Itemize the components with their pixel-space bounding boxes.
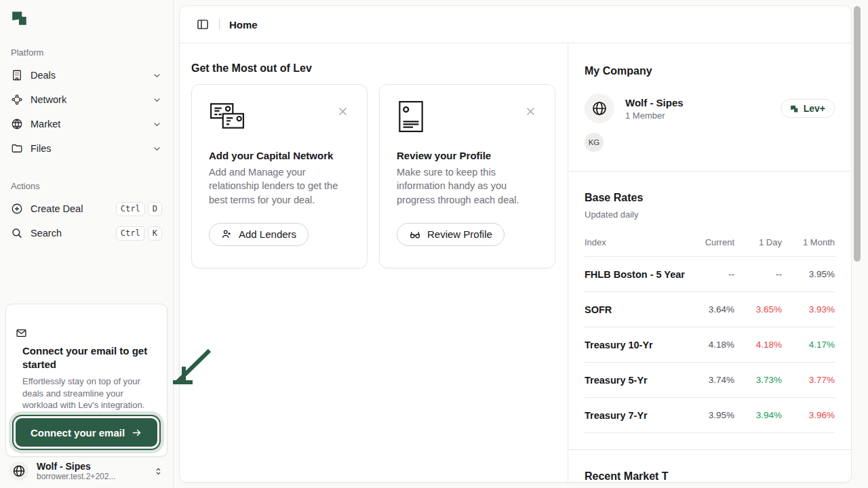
my-company-title: My Company: [585, 65, 835, 77]
chevrons-up-down-icon: [153, 466, 163, 476]
rate-1month: 3.95%: [782, 269, 835, 279]
header-divider: [219, 19, 220, 30]
onboarding-section: Get the Most out of Lev Add your Capital…: [180, 43, 568, 482]
sidebar-toggle-icon[interactable]: [196, 18, 210, 31]
account-switcher[interactable]: Wolf - Sipes borrower.test.2+202...: [0, 461, 173, 481]
column-header-1day: 1 Day: [734, 237, 782, 247]
recent-market-section: Recent Market T: [568, 450, 851, 482]
chevron-down-icon: [152, 95, 162, 105]
rate-current: 4.18%: [676, 340, 734, 350]
rate-1month: 3.96%: [782, 410, 835, 420]
column-header-index: Index: [585, 237, 676, 247]
profile-document-icon: [397, 100, 538, 134]
rate-1day: 3.73%: [734, 375, 782, 385]
rate-1day: 3.94%: [734, 410, 782, 420]
search-action[interactable]: Search Ctrl K: [0, 221, 173, 245]
company-globe-icon: [585, 94, 614, 123]
search-icon: [11, 227, 23, 239]
promo-card-description: Make sure to keep this information handy…: [397, 165, 538, 207]
promo-card-title: Add your Capital Network: [209, 150, 350, 161]
table-row: Treasury 7-Yr 3.95% 3.94% 3.96%: [585, 398, 835, 433]
building-icon: [11, 69, 23, 81]
base-rates-section: Base Rates Updated daily Index Current 1…: [568, 171, 851, 450]
email-card-title: Connect your email to get started: [22, 344, 151, 371]
connect-email-button-label: Connect your email: [31, 427, 125, 439]
close-icon[interactable]: [525, 105, 537, 117]
my-company-section: My Company Wolf - Sipes 1 Member Lev+: [568, 43, 851, 171]
platform-section-label: Platform: [0, 47, 173, 58]
breadcrumb: Home: [229, 19, 258, 30]
rate-current: 3.95%: [676, 410, 734, 420]
lev-logo-icon: [11, 9, 28, 27]
chevron-down-icon: [152, 70, 162, 81]
base-rates-title: Base Rates: [585, 192, 835, 204]
sidebar-item-label: Deals: [31, 70, 56, 81]
email-card-description: Effortlessly stay on top of your deals a…: [22, 375, 151, 412]
sidebar-item-network[interactable]: Network: [0, 87, 173, 112]
base-rates-table: Index Current 1 Day 1 Month FHLB Boston …: [585, 237, 835, 433]
contact-cards-icon: [209, 100, 350, 134]
chevron-down-icon: [152, 144, 162, 154]
rate-1day: --: [734, 269, 782, 279]
sidebar-item-market[interactable]: Market: [0, 112, 173, 136]
account-name: Wolf - Sipes: [37, 461, 145, 472]
review-profile-card: Review your Profile Make sure to keep th…: [379, 84, 555, 268]
member-avatar[interactable]: KG: [585, 133, 604, 152]
rate-1day: 4.18%: [734, 340, 782, 350]
connect-email-card: Connect your email to get started Effort…: [5, 304, 167, 457]
column-header-1month: 1 Month: [782, 237, 835, 247]
account-meta: Wolf - Sipes borrower.test.2+202...: [37, 461, 145, 481]
column-header-current: Current: [676, 237, 734, 247]
add-lenders-button[interactable]: Add Lenders: [209, 223, 309, 246]
platform-nav: Deals Network Market: [0, 63, 173, 161]
rate-1day: 3.65%: [734, 304, 782, 314]
sidebar-item-label: Network: [31, 94, 66, 105]
table-row: Treasury 10-Yr 4.18% 4.18% 4.17%: [585, 327, 835, 363]
chevron-down-icon: [152, 119, 162, 129]
scrollbar[interactable]: [854, 6, 861, 262]
kbd-ctrl: Ctrl: [116, 202, 145, 216]
lev-plus-badge[interactable]: Lev+: [781, 99, 835, 118]
rate-current: 3.74%: [676, 375, 734, 385]
user-plus-icon: [221, 228, 233, 240]
plus-circle-icon: [11, 203, 23, 215]
lev-plus-badge-label: Lev+: [804, 103, 825, 114]
globe-avatar-icon: [9, 462, 28, 481]
shortcut-keys: Ctrl K: [116, 226, 162, 241]
sidebar-item-label: Market: [31, 119, 60, 129]
close-icon[interactable]: [337, 105, 349, 117]
rate-current: 3.64%: [676, 304, 734, 314]
review-profile-button[interactable]: Review Profile: [397, 223, 505, 246]
sidebar-item-deals[interactable]: Deals: [0, 63, 173, 87]
recent-market-title: Recent Market T: [585, 470, 835, 482]
rate-index: Treasury 7-Yr: [585, 410, 676, 421]
rate-index: Treasury 5-Yr: [585, 375, 676, 386]
section-title: Get the Most out of Lev: [191, 62, 557, 75]
rate-1month: 4.17%: [782, 340, 835, 350]
kbd-k: K: [148, 226, 162, 241]
company-name: Wolf - Sipes: [625, 97, 684, 108]
actions-section-label: Actions: [0, 181, 173, 191]
main-header: Home: [180, 6, 851, 43]
promo-card-title: Review your Profile: [397, 150, 538, 161]
company-meta: Wolf - Sipes 1 Member: [625, 97, 684, 121]
actions-nav: Create Deal Ctrl D Search Ctrl K: [0, 197, 173, 245]
review-profile-button-label: Review Profile: [427, 228, 492, 240]
sidebar-item-files[interactable]: Files: [0, 136, 173, 161]
action-label: Search: [31, 228, 62, 239]
sidebar: Platform Deals Network Market: [0, 0, 174, 488]
main-content: Home Get the Most out of Lev Add your Ca…: [179, 5, 852, 483]
rate-1month: 3.77%: [782, 375, 835, 385]
rate-index: Treasury 10-Yr: [585, 340, 676, 350]
rate-index: SOFR: [585, 304, 676, 315]
kbd-ctrl: Ctrl: [116, 226, 145, 241]
table-row: FHLB Boston - 5 Year -- -- 3.95%: [585, 257, 835, 292]
mail-icon: [16, 327, 157, 339]
action-label: Create Deal: [31, 203, 83, 214]
connect-email-button[interactable]: Connect your email: [16, 418, 157, 447]
add-lenders-button-label: Add Lenders: [239, 228, 296, 240]
promo-card-row: Add your Capital Network Add and Manage …: [191, 84, 557, 268]
create-deal-action[interactable]: Create Deal Ctrl D: [0, 197, 173, 221]
capital-network-card: Add your Capital Network Add and Manage …: [191, 84, 368, 268]
table-row: Treasury 5-Yr 3.74% 3.73% 3.77%: [585, 363, 835, 398]
